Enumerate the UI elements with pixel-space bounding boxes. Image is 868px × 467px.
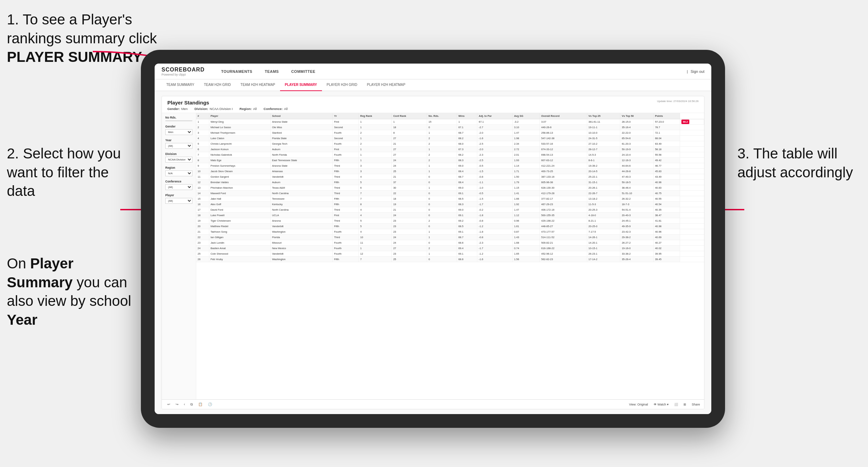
subnav-player-h2h-heatmap[interactable]: PLAYER H2H HEATMAP bbox=[362, 79, 410, 91]
col-wins: Wins bbox=[457, 113, 477, 119]
table-cell-24-2: Vanderbilt bbox=[270, 251, 333, 257]
table-cell-12-9: 1.15 bbox=[512, 185, 539, 191]
table-cell-10-10: 387-133-16 bbox=[539, 174, 587, 180]
toolbar-icon2[interactable]: ⊞ bbox=[683, 403, 686, 406]
table-cell-5-7: 67.3 bbox=[457, 147, 477, 152]
content-panel: Player Standings Gender: Men Division: N… bbox=[162, 96, 704, 409]
filter-gender-value: Men bbox=[181, 107, 187, 111]
subnav-player-summary[interactable]: PLAYER SUMMARY bbox=[280, 79, 322, 91]
table-cell-5-11: 28-12-7 bbox=[587, 147, 620, 152]
toolbar-back[interactable]: ‹ bbox=[182, 402, 186, 407]
sidebar-division-label: Division bbox=[165, 152, 192, 156]
table-cell-25-7: 68.6 bbox=[457, 257, 477, 262]
table-cell-12-10: 628-130-30 bbox=[539, 185, 587, 191]
table-cell-14-13: 40.55 bbox=[654, 196, 680, 202]
table-cell-18-6: 2 bbox=[427, 218, 457, 224]
table-cell-13-4: 7 bbox=[359, 191, 392, 196]
sidebar-year-select[interactable]: (All) bbox=[165, 143, 192, 149]
table-cell-11-3: Fifth bbox=[333, 180, 359, 185]
nav-tournaments[interactable]: TOURNAMENTS bbox=[215, 64, 259, 79]
table-cell-22-9: 1.68 bbox=[512, 240, 539, 246]
table-cell-12-1: Phichaksn Maichon bbox=[209, 185, 270, 191]
table-row: 25Cole SherwoodVanderbiltFourth1223169.1… bbox=[196, 251, 704, 257]
filter-region: Region: All bbox=[240, 107, 257, 111]
toolbar-clock[interactable]: 🕐 bbox=[207, 402, 213, 407]
table-cell-2-1: Michael Thorbjornsen bbox=[209, 130, 270, 136]
table-cell-6-13: 55.56 bbox=[654, 152, 680, 158]
table-cell-24-3: Fourth bbox=[333, 251, 359, 257]
table-cell-24-9: 1.65 bbox=[512, 251, 539, 257]
table-row: 16Alex GoffKentuckyFifth819068.3-1.71.92… bbox=[196, 202, 704, 207]
nords-slider[interactable] bbox=[165, 120, 192, 121]
col-rank: # bbox=[196, 113, 209, 119]
table-cell-19-1: Matthew Riedel bbox=[209, 224, 270, 229]
table-cell-14-1: Jake Hall bbox=[209, 196, 270, 202]
logo-text: SCOREBOARD bbox=[162, 67, 205, 73]
sidebar-gender-select[interactable]: Men bbox=[165, 129, 192, 135]
table-cell-17-2: UCLA bbox=[270, 213, 333, 218]
share-label[interactable]: Share bbox=[692, 403, 700, 406]
table-cell-0-6: 15 bbox=[427, 119, 457, 125]
table-cell-24-8: -1.2 bbox=[477, 251, 513, 257]
nav-committee[interactable]: COMMITTEE bbox=[285, 64, 322, 79]
table-cell-20-4: 4 bbox=[359, 229, 392, 235]
table-cell-20-5: 23 bbox=[392, 229, 427, 235]
table-cell-8-6: 1 bbox=[427, 163, 457, 169]
watch-label[interactable]: 👁 Watch ▾ bbox=[654, 403, 669, 406]
table-cell-12-3: Third bbox=[333, 185, 359, 191]
subnav-team-h2h-heatmap[interactable]: TEAM H2H HEATMAP bbox=[236, 79, 280, 91]
table-cell-8-7: 69.0 bbox=[457, 163, 477, 169]
sidebar-region-select[interactable]: N/A bbox=[165, 170, 192, 176]
nav-teams[interactable]: TEAMS bbox=[258, 64, 285, 79]
table-cell-11-1: Brendan Valdes bbox=[209, 180, 270, 185]
sidebar-conference-select[interactable]: (All) bbox=[165, 184, 192, 190]
filter-region-value: All bbox=[253, 107, 257, 111]
subnav-player-h2h-grid[interactable]: PLAYER H2H GRID bbox=[322, 79, 362, 91]
filter-group-division: Division NCAA Division I bbox=[165, 152, 192, 163]
table-cell-13-11: 22-26-7 bbox=[587, 191, 620, 196]
table-cell-7-4: 1 bbox=[359, 158, 392, 163]
table-cell-15-2: Kentucky bbox=[270, 202, 333, 207]
table-row: 17David FordNorth CarolinaThird421069.0-… bbox=[196, 207, 704, 213]
view-label[interactable]: View: Original bbox=[629, 403, 648, 406]
filter-group-player: Player (All) bbox=[165, 193, 192, 204]
subnav-team-h2h-grid[interactable]: TEAM H2H GRID bbox=[199, 79, 236, 91]
table-cell-11-0: 12 bbox=[196, 180, 209, 185]
table-cell-11-13: 40.96 bbox=[654, 180, 680, 185]
table-cell-21-7: 68.7 bbox=[457, 235, 477, 240]
col-points: Points bbox=[654, 113, 680, 119]
sign-out-link[interactable]: Sign out bbox=[691, 69, 704, 74]
toolbar-undo[interactable]: ↩ bbox=[166, 402, 171, 407]
subnav-team-summary[interactable]: TEAM SUMMARY bbox=[162, 79, 199, 91]
filter-gender-label: Gender: bbox=[167, 107, 180, 111]
table-cell-6-7: 68.2 bbox=[457, 152, 477, 158]
toolbar-paste[interactable]: 📋 bbox=[197, 402, 204, 407]
table-cell-10-6: 0 bbox=[427, 174, 457, 180]
table-cell-21-6: 1 bbox=[427, 235, 457, 240]
table-row: 3Michael ThorbjornsenStanfordFourth28168… bbox=[196, 130, 704, 136]
table-cell-5-2: Auburn bbox=[270, 147, 333, 152]
sidebar-division-select[interactable]: NCAA Division I bbox=[165, 157, 192, 163]
table-cell-6-12: 24-10-4 bbox=[620, 152, 654, 158]
table-row: 2Michael Le SassoOle MissSecond118067.1-… bbox=[196, 125, 704, 130]
table-cell-21-4: 10 bbox=[359, 235, 392, 240]
table-cell-22-10: 509-82-21 bbox=[539, 240, 587, 246]
sidebar-player-select[interactable]: (All) bbox=[165, 198, 192, 204]
table-cell-0-2: Arizona State bbox=[270, 119, 333, 125]
table-cell-13-12: 51-51-10 bbox=[620, 191, 654, 196]
table-cell-12-0: 13 bbox=[196, 185, 209, 191]
table-cell-19-8: -1.2 bbox=[477, 224, 513, 229]
table-cell-11-9: 1.79 bbox=[512, 180, 539, 185]
table-cell-17-7: 69.1 bbox=[457, 213, 477, 218]
table-cell-3-11: 24-31-5 bbox=[587, 136, 620, 141]
table-cell-2-5: 8 bbox=[392, 130, 427, 136]
toolbar-icon1[interactable]: ⬜ bbox=[674, 403, 678, 406]
table-cell-15-6: 0 bbox=[427, 202, 457, 207]
toolbar-copy[interactable]: ⧉ bbox=[189, 402, 194, 407]
table-cell-25-9: 1.56 bbox=[512, 257, 539, 262]
table-cell-13-5: 22 bbox=[392, 191, 427, 196]
toolbar-redo[interactable]: ↪ bbox=[174, 402, 180, 407]
nav-right: | Sign out bbox=[687, 69, 704, 74]
table-cell-0-13: 57-23-0 bbox=[654, 119, 680, 125]
table-cell-12-12: 38-46-4 bbox=[620, 185, 654, 191]
